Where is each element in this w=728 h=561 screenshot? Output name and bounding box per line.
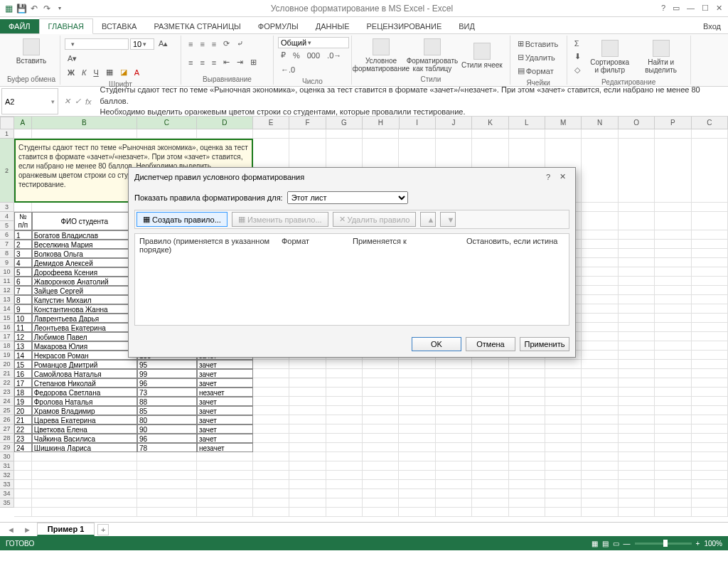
- cell[interactable]: [326, 360, 363, 369]
- cell[interactable]: [436, 388, 472, 397]
- cell[interactable]: [545, 489, 582, 498]
- cell[interactable]: Лаврентьева Дарья: [32, 314, 137, 323]
- row-header-15[interactable]: 15: [0, 314, 14, 323]
- cell[interactable]: [582, 498, 618, 508]
- cell[interactable]: [363, 378, 399, 388]
- merge-button[interactable]: ⊞: [247, 55, 259, 69]
- col-header-O[interactable]: O: [619, 117, 655, 129]
- cell[interactable]: 14: [14, 351, 32, 360]
- cell[interactable]: [619, 443, 655, 452]
- cell[interactable]: [582, 360, 618, 369]
- row-header-23[interactable]: 23: [0, 388, 14, 397]
- cell[interactable]: [655, 397, 691, 406]
- cell[interactable]: [509, 360, 545, 369]
- cell[interactable]: [619, 332, 655, 341]
- comma-icon[interactable]: 000: [304, 49, 323, 62]
- cell[interactable]: [399, 415, 435, 424]
- cell[interactable]: Храмов Владимир: [32, 406, 137, 415]
- cell[interactable]: [32, 480, 137, 489]
- cell[interactable]: 23: [14, 434, 32, 443]
- cell[interactable]: 11: [14, 323, 32, 332]
- cell[interactable]: [582, 267, 618, 277]
- cell[interactable]: [436, 461, 472, 471]
- row-header-21[interactable]: 21: [0, 369, 14, 378]
- cell[interactable]: Веселкина Мария: [32, 240, 137, 249]
- cell[interactable]: [399, 406, 435, 415]
- cell[interactable]: [655, 415, 691, 424]
- cell[interactable]: [692, 323, 728, 332]
- fill-color-button[interactable]: ◪: [117, 65, 130, 79]
- row-header-24[interactable]: 24: [0, 397, 14, 406]
- row-header-27[interactable]: 27: [0, 424, 14, 434]
- row-header-25[interactable]: 25: [0, 406, 14, 415]
- col-header-C[interactable]: C: [137, 117, 197, 129]
- cell[interactable]: [399, 369, 435, 378]
- delete-cells-button[interactable]: ⊟ Удалить: [515, 50, 562, 64]
- cell[interactable]: [655, 304, 691, 314]
- cell[interactable]: [692, 351, 728, 360]
- cell[interactable]: [326, 129, 363, 139]
- cell[interactable]: [436, 360, 472, 369]
- cell[interactable]: [363, 424, 399, 434]
- cell[interactable]: [655, 212, 691, 230]
- cell[interactable]: Зайцев Сергей: [32, 286, 137, 295]
- cell[interactable]: [655, 452, 691, 461]
- sheet-tab-1[interactable]: Пример 1: [37, 523, 95, 536]
- cell[interactable]: [472, 434, 508, 443]
- cell[interactable]: зачет: [197, 369, 253, 378]
- cell[interactable]: [545, 471, 582, 480]
- cell[interactable]: [545, 378, 582, 388]
- cell[interactable]: [692, 240, 728, 249]
- cell[interactable]: [619, 139, 655, 203]
- cell[interactable]: [619, 415, 655, 424]
- cell[interactable]: Волкова Ольга: [32, 249, 137, 258]
- cell[interactable]: [197, 129, 253, 139]
- cell[interactable]: [253, 508, 289, 517]
- row-header-11[interactable]: 11: [0, 277, 14, 286]
- cell[interactable]: [582, 452, 618, 461]
- row-header-34[interactable]: 34: [0, 489, 14, 498]
- clear-button[interactable]: ◇: [572, 63, 584, 77]
- cell[interactable]: [363, 508, 399, 517]
- cell[interactable]: [692, 230, 728, 240]
- cell[interactable]: [692, 267, 728, 277]
- select-all-corner[interactable]: [0, 117, 14, 129]
- cell[interactable]: [436, 498, 472, 508]
- zoom-in-button[interactable]: +: [696, 540, 700, 547]
- col-header-H[interactable]: H: [363, 117, 399, 129]
- cell[interactable]: зачет: [197, 378, 253, 388]
- cell[interactable]: [253, 378, 289, 388]
- cell[interactable]: [399, 508, 435, 517]
- cell[interactable]: [14, 498, 32, 508]
- row-header-18[interactable]: 18: [0, 341, 14, 351]
- cell[interactable]: [32, 129, 137, 139]
- cell[interactable]: [326, 480, 363, 489]
- cell[interactable]: [289, 388, 326, 397]
- cell[interactable]: [655, 378, 691, 388]
- cell[interactable]: [692, 397, 728, 406]
- cell[interactable]: [253, 406, 289, 415]
- row-header-17[interactable]: 17: [0, 332, 14, 341]
- cell[interactable]: [655, 332, 691, 341]
- cell[interactable]: 10: [14, 314, 32, 323]
- cell[interactable]: [619, 277, 655, 286]
- maximize-icon[interactable]: ☐: [702, 4, 709, 13]
- cell[interactable]: [399, 129, 435, 139]
- cell[interactable]: [14, 480, 32, 489]
- cell[interactable]: [692, 360, 728, 369]
- cell[interactable]: [582, 240, 618, 249]
- cell[interactable]: [326, 369, 363, 378]
- cell[interactable]: [582, 129, 618, 139]
- cell[interactable]: 13: [14, 341, 32, 351]
- cell[interactable]: [436, 452, 472, 461]
- save-icon[interactable]: 💾: [16, 3, 27, 14]
- col-header-D[interactable]: D: [197, 117, 253, 129]
- cell[interactable]: 73: [137, 388, 197, 397]
- cell[interactable]: [399, 388, 435, 397]
- find-select-button[interactable]: Найти и выделить: [636, 38, 686, 75]
- cell[interactable]: [253, 471, 289, 480]
- cell[interactable]: [32, 461, 137, 471]
- cell[interactable]: [363, 443, 399, 452]
- cell[interactable]: [582, 295, 618, 304]
- col-header-L[interactable]: L: [509, 117, 545, 129]
